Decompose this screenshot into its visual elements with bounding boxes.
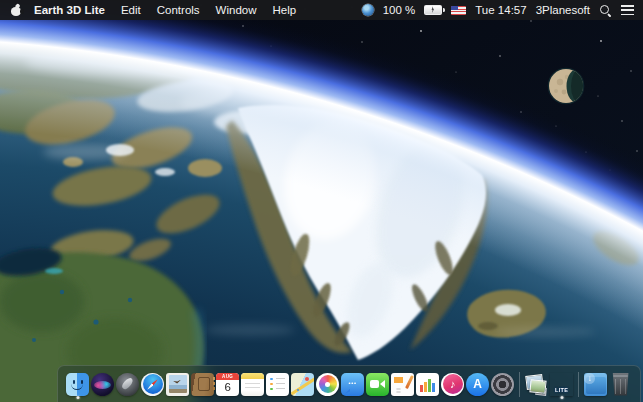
earth-menu-extra-icon[interactable]	[362, 4, 374, 16]
dock-item-numbers[interactable]	[416, 369, 440, 399]
dock-item-notes[interactable]	[241, 369, 265, 399]
dock-item-itunes[interactable]: ♪	[441, 369, 465, 399]
app-menu-title[interactable]: Earth 3D Lite	[34, 4, 105, 16]
calendar-day-label: 6	[216, 380, 239, 396]
messages-icon: •••	[341, 373, 364, 396]
downloads-glyph: ↓	[584, 373, 595, 384]
dock: AUG6•••♪ALITE↓	[57, 365, 641, 402]
input-language-flag-icon[interactable]	[451, 6, 466, 15]
menu-bar: Earth 3D Lite Edit Controls Window Help …	[0, 0, 643, 20]
sysprefs-icon	[491, 373, 514, 396]
reminders-icon	[266, 373, 289, 396]
dock-item-calendar[interactable]: AUG6	[216, 369, 240, 399]
apple-menu-icon[interactable]	[11, 4, 22, 16]
pages-icon	[391, 373, 414, 396]
dock-item-siri[interactable]	[91, 369, 115, 399]
battery-percent: 100 %	[383, 4, 416, 16]
itunes-glyph: ♪	[441, 373, 464, 396]
dock-item-mail[interactable]	[166, 369, 190, 399]
dock-divider	[578, 372, 579, 397]
dock-divider	[519, 372, 520, 397]
dock-item-contacts[interactable]	[191, 369, 215, 399]
menu-help[interactable]: Help	[273, 4, 297, 16]
appstore-icon: A	[466, 373, 489, 396]
facetime-icon	[366, 373, 389, 396]
finder-icon	[66, 373, 89, 396]
dock-item-earth3dlite[interactable]: LITE	[550, 369, 574, 399]
mail-icon	[166, 373, 189, 396]
menu-edit[interactable]: Edit	[121, 4, 141, 16]
preview-icon	[525, 373, 548, 396]
vendor-menu-extra[interactable]: 3Planesoft	[536, 4, 590, 16]
dock-item-trash[interactable]	[609, 369, 633, 399]
safari-icon	[141, 373, 164, 396]
siri-icon	[91, 373, 114, 396]
appstore-glyph: A	[466, 373, 489, 396]
battery-icon[interactable]	[424, 5, 442, 15]
running-indicator	[76, 396, 79, 399]
notes-icon	[241, 373, 264, 396]
menu-window[interactable]: Window	[216, 4, 257, 16]
downloads-icon: ↓	[584, 373, 607, 396]
dock-item-launchpad[interactable]	[116, 369, 140, 399]
desktop: Earth 3D Lite Edit Controls Window Help …	[0, 0, 643, 402]
dock-item-facetime[interactable]	[366, 369, 390, 399]
menu-bar-clock[interactable]: Tue 14:57	[475, 4, 526, 16]
calendar-icon: AUG6	[216, 373, 239, 396]
dock-item-appstore[interactable]: A	[466, 369, 490, 399]
calendar-month-label: AUG	[216, 373, 239, 380]
dock-item-downloads[interactable]: ↓	[584, 369, 608, 399]
dock-item-sysprefs[interactable]	[491, 369, 515, 399]
spotlight-search-icon[interactable]	[599, 4, 612, 17]
dock-item-finder[interactable]	[66, 369, 90, 399]
menu-controls[interactable]: Controls	[157, 4, 200, 16]
earth3dlite-icon: LITE	[550, 373, 573, 396]
running-indicator	[560, 396, 563, 399]
atmosphere-glow	[0, 0, 643, 402]
dock-item-safari[interactable]	[141, 369, 165, 399]
dock-item-pages[interactable]	[391, 369, 415, 399]
dock-item-preview[interactable]	[525, 369, 549, 399]
dock-item-reminders[interactable]	[266, 369, 290, 399]
dock-item-photos[interactable]	[316, 369, 340, 399]
maps-icon	[291, 373, 314, 396]
dock-item-maps[interactable]	[291, 369, 315, 399]
messages-glyph: •••	[341, 373, 364, 396]
desktop-wallpaper	[0, 0, 643, 402]
numbers-icon	[416, 373, 439, 396]
earth3dlite-badge-label: LITE	[550, 387, 573, 393]
trash-icon	[609, 373, 632, 396]
notification-center-icon[interactable]	[621, 5, 634, 16]
contacts-icon	[191, 373, 214, 396]
photos-icon	[316, 373, 339, 396]
dock-item-messages[interactable]: •••	[341, 369, 365, 399]
itunes-icon: ♪	[441, 373, 464, 396]
launchpad-icon	[116, 373, 139, 396]
